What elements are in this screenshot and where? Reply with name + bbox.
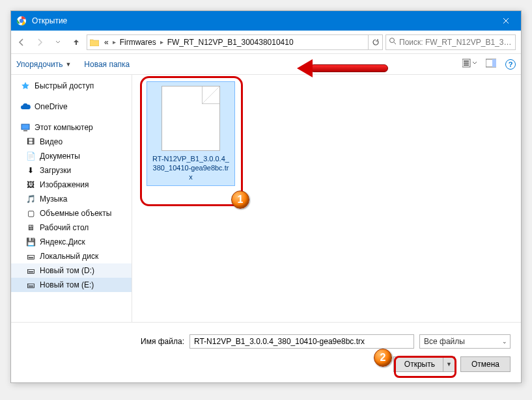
file-type-filter[interactable]: Все файлы ⌄ xyxy=(419,334,511,349)
toolbar: Упорядочить ▼ Новая папка ? xyxy=(11,54,521,75)
cube-icon: ▢ xyxy=(25,208,36,219)
nav-label: Локальный диск xyxy=(40,252,98,261)
document-icon: 📄 xyxy=(25,151,36,161)
filename-label: Имя файла: xyxy=(21,337,184,346)
view-options-button[interactable] xyxy=(462,59,477,70)
open-label: Открыть xyxy=(404,360,435,369)
nav-label: Видео xyxy=(40,137,63,146)
close-button[interactable] xyxy=(491,11,521,31)
file-item[interactable]: RT-N12VP_B1_3.0.0.4_380_10410-gea9e8bc.t… xyxy=(147,81,235,186)
svg-rect-5 xyxy=(464,62,469,64)
nav-desktop[interactable]: 🖥Рабочий стол xyxy=(11,220,132,235)
crumb-firmwares[interactable]: Firmwares xyxy=(117,38,159,47)
dialog-footer: Имя файла: RT-N12VP_B1_3.0.0.4_380_10410… xyxy=(11,322,521,382)
nav-drive-e[interactable]: 🖴Новый том (E:) xyxy=(11,278,132,292)
file-name: RT-N12VP_B1_3.0.0.4_380_10410-gea9e8bc.t… xyxy=(151,155,231,181)
pc-icon xyxy=(20,122,31,133)
filename-input[interactable]: RT-N12VP_B1_3.0.0.4_380_10410-gea9e8bc.t… xyxy=(189,334,414,349)
nav-label: Объемные объекты xyxy=(40,209,111,218)
file-open-dialog: Открытие « ▸ Firmwares ▸ FW_RT_N12VP_B1_… xyxy=(10,10,522,383)
filename-value: RT-N12VP_B1_3.0.0.4_380_10410-gea9e8bc.t… xyxy=(194,337,365,346)
music-icon: 🎵 xyxy=(25,194,36,204)
nav-label: Быстрый доступ xyxy=(35,81,94,90)
nav-label: Загрузки xyxy=(40,166,71,175)
nav-yandex-disk[interactable]: 💾Яндекс.Диск xyxy=(11,235,132,249)
svg-rect-9 xyxy=(21,124,29,129)
refresh-button[interactable] xyxy=(368,35,382,49)
address-bar[interactable]: « ▸ Firmwares ▸ FW_RT_N12VP_B1_300438010… xyxy=(87,34,383,50)
drive-icon: 🖴 xyxy=(25,280,36,290)
nav-label: Новый том (E:) xyxy=(40,280,94,289)
title-bar: Открытие xyxy=(11,11,521,31)
nav-row: « ▸ Firmwares ▸ FW_RT_N12VP_B1_300438010… xyxy=(11,31,521,54)
chevron-right-icon: ▸ xyxy=(111,38,117,46)
folder-icon xyxy=(87,38,102,46)
nav-3d-objects[interactable]: ▢Объемные объекты xyxy=(11,206,132,220)
nav-label: Изображения xyxy=(40,180,89,189)
forward-button[interactable] xyxy=(32,34,48,50)
nav-videos[interactable]: 🎞Видео xyxy=(11,135,132,149)
video-icon: 🎞 xyxy=(25,137,36,147)
search-input[interactable]: Поиск: FW_RT_N12VP_B1_300... xyxy=(385,34,516,50)
svg-rect-8 xyxy=(492,59,496,67)
svg-rect-4 xyxy=(464,60,469,62)
annotation-balloon-2: 2 xyxy=(374,349,392,367)
breadcrumb[interactable]: « ▸ Firmwares ▸ FW_RT_N12VP_B1_300438010… xyxy=(102,35,296,49)
picture-icon: 🖼 xyxy=(25,180,36,190)
drive-icon: 🖴 xyxy=(25,251,36,261)
search-placeholder: Поиск: FW_RT_N12VP_B1_300... xyxy=(399,38,512,47)
nav-label: Этот компьютер xyxy=(35,123,93,132)
annotation-balloon-1: 1 xyxy=(231,191,249,209)
search-icon xyxy=(389,37,397,47)
chevron-down-icon: ⌄ xyxy=(502,338,507,345)
chrome-icon xyxy=(16,16,27,26)
nav-onedrive[interactable]: OneDrive xyxy=(11,100,132,114)
help-button[interactable]: ? xyxy=(505,59,516,70)
svg-point-2 xyxy=(390,38,395,43)
open-dropdown[interactable]: ▼ xyxy=(443,357,455,371)
nav-label: Документы xyxy=(40,152,80,161)
nav-label: OneDrive xyxy=(35,102,68,111)
nav-this-pc[interactable]: Этот компьютер xyxy=(11,120,132,135)
nav-label: Яндекс.Диск xyxy=(40,237,85,247)
desktop-icon: 🖥 xyxy=(25,222,36,233)
filter-label: Все файлы xyxy=(424,337,465,346)
organize-menu[interactable]: Упорядочить ▼ xyxy=(16,60,71,69)
nav-label: Музыка xyxy=(40,194,67,204)
file-list[interactable]: RT-N12VP_B1_3.0.0.4_380_10410-gea9e8bc.t… xyxy=(132,75,521,322)
preview-pane-button[interactable] xyxy=(486,59,496,70)
chevron-right-icon: ▸ xyxy=(159,38,165,46)
nav-music[interactable]: 🎵Музыка xyxy=(11,192,132,206)
organize-label: Упорядочить xyxy=(16,60,63,69)
recent-dropdown[interactable] xyxy=(50,34,66,50)
nav-downloads[interactable]: ⬇Загрузки xyxy=(11,163,132,178)
chevron-down-icon: ▼ xyxy=(65,61,71,68)
cloud-icon xyxy=(20,101,31,112)
svg-rect-6 xyxy=(464,64,469,66)
star-icon xyxy=(20,81,31,91)
crumb-current[interactable]: FW_RT_N12VP_B1_300438010410 xyxy=(165,38,296,47)
nav-quick-access[interactable]: Быстрый доступ xyxy=(11,79,132,93)
drive-icon: 🖴 xyxy=(25,265,36,276)
disk-icon: 💾 xyxy=(25,237,36,247)
back-button[interactable] xyxy=(14,34,29,50)
up-button[interactable] xyxy=(68,34,84,50)
file-thumbnail xyxy=(161,86,220,151)
nav-pictures[interactable]: 🖼Изображения xyxy=(11,178,132,192)
open-button[interactable]: Открыть ▼ xyxy=(393,356,455,372)
download-icon: ⬇ xyxy=(25,165,36,176)
nav-documents[interactable]: 📄Документы xyxy=(11,149,132,163)
crumb-ellipsis[interactable]: « xyxy=(102,38,111,47)
new-folder-button[interactable]: Новая папка xyxy=(84,60,130,69)
dialog-title: Открытие xyxy=(32,16,491,25)
cancel-button[interactable]: Отмена xyxy=(460,356,511,372)
nav-local-disk[interactable]: 🖴Локальный диск xyxy=(11,249,132,263)
nav-tree[interactable]: Быстрый доступ OneDrive Этот компьютер 🎞… xyxy=(11,75,132,322)
svg-rect-10 xyxy=(23,130,27,131)
nav-label: Новый том (D:) xyxy=(40,266,94,275)
nav-drive-d[interactable]: 🖴Новый том (D:) xyxy=(11,263,132,278)
nav-label: Рабочий стол xyxy=(40,223,89,232)
